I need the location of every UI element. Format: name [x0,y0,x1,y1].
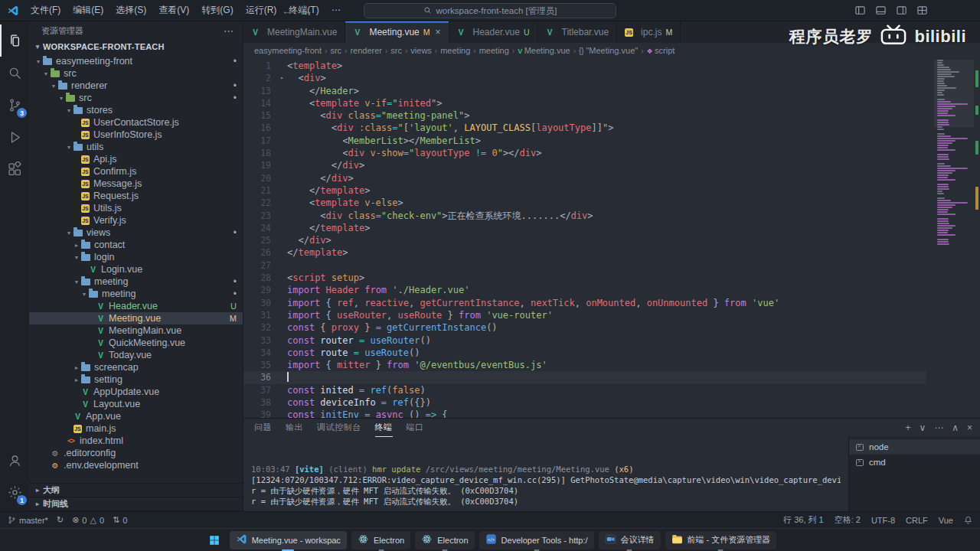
code-line-26[interactable]: 26</template> [243,246,926,259]
code-line-30[interactable]: 30import { ref, reactive, getCurrentInst… [243,297,926,309]
sync-icon[interactable]: ↻ [57,515,64,525]
tree-item-AppUpdate.vue[interactable]: VAppUpdate.vue [29,386,243,398]
panel-action-4[interactable]: × [967,422,972,433]
tree-item-Today.vue[interactable]: VToday.vue [29,349,243,361]
account-icon[interactable] [0,444,29,476]
code-line-33[interactable]: 33const router = useRouter() [243,334,926,347]
tree-item-meeting[interactable]: ▾meeting• [29,276,243,288]
tree-item-meeting[interactable]: ▾meeting• [29,288,243,300]
tree-item-screencap[interactable]: ▸screencap [29,361,243,373]
menu-运行(R)[interactable]: 运行(R) [240,0,283,21]
tree-item-index.html[interactable]: <>index.html [29,435,243,447]
workspace-root-folder[interactable]: ▾ WORKSPACE-FRONT-TEACH [29,40,243,54]
panel-tab-输出[interactable]: 输出 [286,419,303,437]
tree-item-UserContactStore.js[interactable]: JSUserContactStore.js [29,116,243,129]
explorer-section-时间线[interactable]: ▸时间线 [29,497,243,511]
ports-status[interactable]: ⇅0 [113,515,127,525]
panel-tab-调试控制台[interactable]: 调试控制台 [317,419,361,437]
run-debug-activity-icon[interactable] [0,121,29,153]
statusbar-right-item-3[interactable]: CRLF [906,516,928,525]
toggle-sidebar-icon[interactable] [854,5,866,16]
breadcrumb-symbol[interactable]: {} "Meeting.vue" [579,46,638,55]
tree-item-Confirm.js[interactable]: JSConfirm.js [29,165,243,178]
code-line-24[interactable]: 24 </template> [243,222,926,234]
tree-item-UserInfoStore.js[interactable]: JSUserInfoStore.js [29,129,243,141]
command-center-search[interactable]: workspace-front-teach [管理员] [364,3,616,18]
tree-item-renderer[interactable]: ▾renderer• [29,80,243,92]
breadcrumb-item[interactable]: src [330,46,341,55]
breadcrumb-file[interactable]: V Meeting.vue [518,46,570,55]
tree-item-MeetingMain.vue[interactable]: VMeetingMain.vue [29,324,243,337]
code-line-37[interactable]: 37const inited = ref(false) [243,384,926,396]
breadcrumb-item[interactable]: easymeeting-front [254,46,322,55]
breadcrumb-item[interactable]: views [410,46,432,55]
tree-item-.env.development[interactable]: ⚙.env.development [29,459,243,471]
editor-tab-Titlebar.vue[interactable]: VTitlebar.vue [538,21,618,43]
tree-item-utils[interactable]: ▾utils [29,141,243,153]
breadcrumb-item[interactable]: src [390,46,402,55]
explorer-section-大纲[interactable]: ▸大纲 [29,484,243,497]
settings-gear-icon[interactable]: 1 [0,476,29,508]
back-icon[interactable]: ← [282,5,292,17]
customize-layout-icon[interactable] [916,5,928,16]
editor-tab-Header.vue[interactable]: VHeader.vueU [449,21,538,43]
tree-item-.editorconfig[interactable]: ⚙.editorconfig [29,447,243,459]
code-line-34[interactable]: 34const route = useRoute() [243,347,926,359]
code-line-29[interactable]: 29import Header from './Header.vue' [243,284,926,296]
code-editor[interactable]: 1<template>2▸ <div>13 </Header>14 <templ… [243,58,980,418]
problems-status[interactable]: ⊗0 △0 [72,515,104,525]
code-line-22[interactable]: 22 <template v-else> [243,197,926,209]
tree-item-src[interactable]: ▾src [29,67,243,80]
menu-转到(G)[interactable]: 转到(G) [195,0,239,21]
explorer-activity-icon[interactable] [0,24,29,57]
tree-item-Layout.vue[interactable]: VLayout.vue [29,398,243,410]
code-line-32[interactable]: 32const { proxy } = getCurrentInstance() [243,321,926,334]
extensions-activity-icon[interactable] [0,153,29,185]
code-line-38[interactable]: 38const deviceInfo = ref({}) [243,396,926,409]
code-line-31[interactable]: 31import { useRouter, useRoute } from 'v… [243,309,926,321]
taskbar-item-Developer Tools - http:/[interactable]: </>Developer Tools - http:/ [479,531,594,549]
close-icon[interactable]: × [436,27,441,37]
code-line-25[interactable]: 25 </div> [243,234,926,246]
code-line-15[interactable]: 15 <div class="meeting-panel"> [243,109,926,122]
terminal-session-cmd[interactable]: cmd [849,455,980,470]
terminal-session-node[interactable]: node [849,439,980,455]
panel-action-2[interactable]: ⋯ [934,422,943,433]
tree-item-setting[interactable]: ▸setting [29,373,243,386]
taskbar-item-前端 - 文件资源管理器[interactable]: 前端 - 文件资源管理器 [665,531,777,549]
windows-start-button[interactable] [204,531,225,549]
statusbar-right-item-1[interactable]: 空格: 2 [835,514,861,526]
tree-item-Message.js[interactable]: JSMessage.js [29,178,243,190]
code-line-20[interactable]: 20 </div> [243,172,926,184]
tree-item-Login.vue[interactable]: VLogin.vue [29,263,243,276]
panel-tab-端口[interactable]: 端口 [407,419,424,437]
menu-选择(S)[interactable]: 选择(S) [109,0,152,21]
panel-tab-终端[interactable]: 终端 [375,419,393,437]
taskbar-item-会议详情[interactable]: 会议详情 [599,531,661,549]
code-line-2[interactable]: 2▸ <div> [243,72,926,84]
tree-item-Meeting.vue[interactable]: VMeeting.vueM [29,312,243,324]
bell-icon[interactable] [964,516,972,524]
editor-tab-Meeting.vue[interactable]: VMeeting.vueM× [345,21,449,43]
code-line-36[interactable]: 36 [243,371,926,383]
taskbar-item-Electron[interactable]: Electron [415,531,474,549]
terminal-output[interactable]: 10:03:47 [vite] (client) hmr update /src… [243,437,848,511]
tree-item-login[interactable]: ▾login [29,251,243,263]
code-line-28[interactable]: 28<script setup> [243,272,926,284]
tree-item-views[interactable]: ▾views• [29,227,243,239]
tree-item-Verify.js[interactable]: JSVerify.js [29,214,243,227]
tree-item-Utils.js[interactable]: JSUtils.js [29,202,243,214]
tree-item-App.vue[interactable]: VApp.vue [29,410,243,422]
code-line-23[interactable]: 23 <div class="check-env">正在检查系统环境......… [243,210,926,222]
menu-查看(V)[interactable]: 查看(V) [152,0,195,21]
tree-item-easymeeting-front[interactable]: ▾easymeeting-front• [29,55,243,67]
statusbar-right-item-2[interactable]: UTF-8 [871,516,895,525]
forward-icon[interactable]: → [302,5,312,17]
code-line-14[interactable]: 14 <template v-if="inited"> [243,97,926,109]
menu-⋯[interactable]: ⋯ [325,0,347,21]
toggle-panel-icon[interactable] [875,5,887,16]
code-line-17[interactable]: 17 <MemberList></MemberList> [243,135,926,147]
code-line-13[interactable]: 13 </Header> [243,85,926,97]
taskbar-item-Electron[interactable]: Electron [351,531,410,549]
toggle-secondary-sidebar-icon[interactable] [896,5,907,16]
